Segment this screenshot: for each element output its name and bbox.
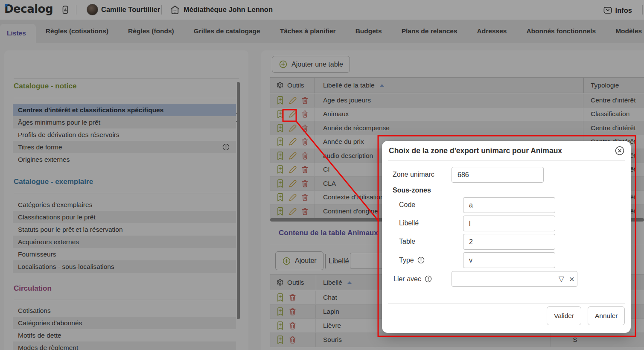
validate-button[interactable]: Valider: [547, 306, 581, 325]
info-icon: [424, 275, 432, 283]
link-with-combobox: ▽ ×: [452, 271, 577, 287]
subzones-label: Sous-zones: [393, 187, 431, 194]
unimarc-export-dialog: Choix de la zone d'export unimarc pour A…: [382, 141, 631, 333]
subzone-field-label: Code: [399, 201, 415, 209]
subzone-field-input[interactable]: [463, 234, 555, 250]
close-icon: [615, 146, 625, 156]
subzone-field-input[interactable]: [463, 216, 555, 231]
subzone-field-label: Table: [399, 238, 415, 245]
subzone-field-input[interactable]: [463, 197, 555, 213]
link-with-label: Lier avec: [393, 275, 432, 283]
link-with-input[interactable]: [452, 275, 556, 283]
dialog-close-button[interactable]: [615, 146, 625, 156]
dialog-footer-divider: [388, 303, 625, 303]
zone-unimarc-label: Zone unimarc: [393, 171, 434, 178]
clear-icon[interactable]: ×: [567, 274, 577, 283]
dropdown-toggle-icon[interactable]: ▽: [556, 275, 567, 283]
dialog-title: Choix de la zone d'export unimarc pour A…: [389, 146, 562, 155]
app-window: Decalog Camille Tourtillier Médiathèque …: [0, 0, 644, 350]
dialog-divider: [388, 160, 625, 160]
info-icon: [417, 256, 425, 264]
subzone-field-label: Libellé: [399, 219, 419, 227]
subzone-field-label: Type: [399, 256, 425, 264]
subzone-field-input[interactable]: [463, 252, 555, 268]
cancel-button[interactable]: Annuler: [588, 306, 625, 325]
zone-unimarc-input[interactable]: [452, 167, 544, 183]
